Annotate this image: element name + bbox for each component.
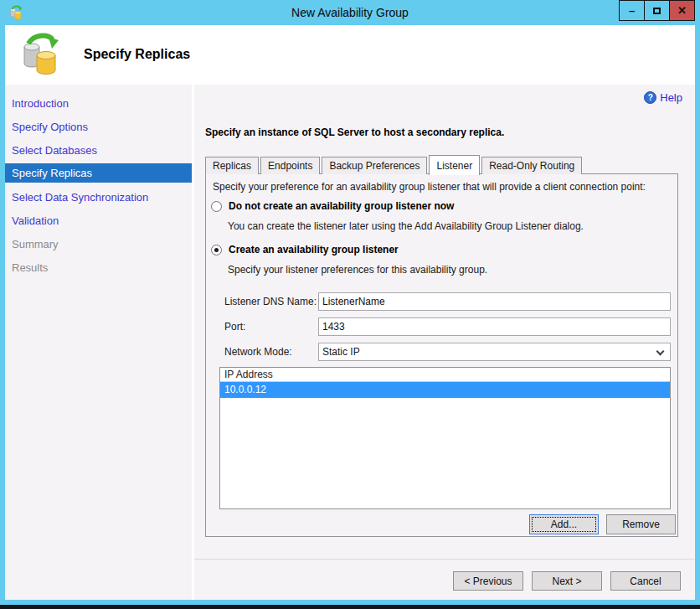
footer-divider — [194, 559, 695, 560]
titlebar[interactable]: New Availability Group – ✕ — [0, 0, 700, 25]
sidebar-item-specify-options[interactable]: Specify Options — [5, 115, 192, 138]
network-mode-label: Network Mode: — [224, 346, 292, 358]
close-button[interactable]: ✕ — [669, 0, 695, 21]
ip-address-column-header[interactable]: IP Address — [220, 368, 670, 382]
tab-endpoints[interactable]: Endpoints — [260, 157, 320, 174]
chevron-down-icon — [656, 348, 665, 356]
dns-name-input[interactable] — [318, 292, 671, 311]
maximize-button[interactable] — [644, 0, 670, 21]
tab-replicas[interactable]: Replicas — [205, 157, 259, 174]
sidebar-item-select-data-synchronization[interactable]: Select Data Synchronization — [5, 185, 192, 209]
sidebar-item-summary: Summary — [5, 232, 192, 255]
ip-address-list[interactable]: IP Address 10.0.0.12 — [219, 367, 671, 509]
cancel-button[interactable]: Cancel — [610, 571, 681, 591]
network-mode-dropdown[interactable]: Static IP — [318, 343, 671, 361]
help-label: Help — [660, 91, 682, 104]
ip-address-row[interactable]: 10.0.0.12 — [220, 382, 670, 398]
radio-no-listener[interactable] — [211, 201, 222, 212]
dialog-window: New Availability Group – ✕ — [0, 0, 700, 605]
help-link[interactable]: ? Help — [644, 91, 682, 104]
radio-no-listener-label[interactable]: Do not create an availability group list… — [229, 200, 454, 212]
radio-create-listener[interactable] — [211, 245, 222, 255]
minimize-button[interactable]: – — [619, 0, 645, 21]
radio-row-no-listener: Do not create an availability group list… — [211, 200, 454, 212]
tab-listener[interactable]: Listener — [429, 155, 480, 175]
no-listener-description: You can create the listener later using … — [228, 220, 584, 232]
close-icon: ✕ — [677, 4, 687, 17]
main-panel: ? Help Specify an instance of SQL Server… — [194, 85, 695, 600]
help-icon: ? — [644, 91, 656, 104]
port-input[interactable] — [318, 317, 671, 336]
sidebar-item-select-databases[interactable]: Select Databases — [5, 138, 192, 162]
remove-button[interactable]: Remove — [606, 514, 676, 534]
sidebar-item-introduction[interactable]: Introduction — [5, 91, 192, 115]
radio-create-listener-label[interactable]: Create an availability group listener — [229, 244, 399, 255]
replica-tabs: Replicas Endpoints Backup Preferences Li… — [205, 154, 584, 174]
tab-read-only-routing[interactable]: Read-Only Routing — [481, 157, 582, 174]
radio-row-create-listener: Create an availability group listener — [211, 244, 399, 255]
window-title: New Availability Group — [0, 0, 700, 25]
dialog-client-area: Specify Replicas Introduction Specify Op… — [5, 25, 695, 600]
sidebar-item-specify-replicas[interactable]: Specify Replicas — [5, 163, 192, 183]
window-controls: – ✕ — [620, 0, 695, 21]
listener-tab-panel: Specify your preference for an availabil… — [205, 173, 678, 537]
network-mode-value: Static IP — [322, 346, 360, 358]
create-listener-description: Specify your listener preferences for th… — [228, 264, 487, 276]
sidebar-item-results: Results — [5, 255, 192, 279]
screen: New Availability Group – ✕ — [0, 0, 700, 609]
listener-intro-text: Specify your preference for an availabil… — [213, 181, 671, 193]
next-button[interactable]: Next > — [532, 571, 602, 591]
wizard-header: Specify Replicas — [5, 25, 695, 85]
port-label: Port: — [224, 321, 245, 333]
tab-backup-preferences[interactable]: Backup Preferences — [322, 157, 427, 174]
instruction-heading: Specify an instance of SQL Server to hos… — [205, 126, 504, 138]
previous-button[interactable]: < Previous — [453, 571, 523, 591]
add-button[interactable]: Add... — [529, 514, 599, 534]
maximize-icon — [653, 8, 661, 14]
minimize-icon: – — [629, 4, 635, 17]
sidebar-item-validation[interactable]: Validation — [5, 209, 192, 232]
page-title: Specify Replicas — [84, 47, 190, 62]
wizard-steps-sidebar: Introduction Specify Options Select Data… — [5, 85, 192, 600]
dns-name-label: Listener DNS Name: — [224, 296, 317, 307]
replica-icon — [20, 32, 60, 77]
